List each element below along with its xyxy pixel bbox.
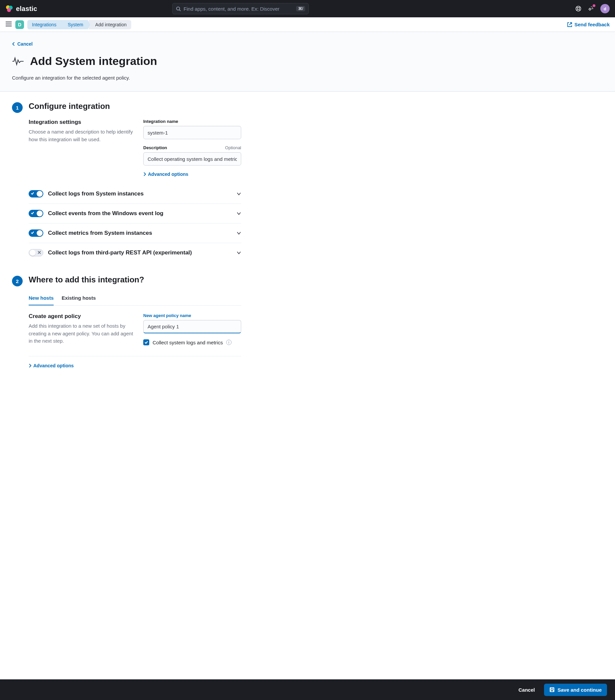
user-avatar[interactable]: d xyxy=(600,4,610,13)
search-kbd-hint: ⌘/ xyxy=(296,6,305,11)
collect-label: Collect logs from System instances xyxy=(48,190,144,197)
svg-line-8 xyxy=(579,7,580,8)
sub-header: D Integrations System Add integration Se… xyxy=(0,17,615,32)
integration-settings-heading: Integration settings xyxy=(29,119,135,126)
chevron-right-icon xyxy=(143,172,146,176)
search-input[interactable] xyxy=(184,6,296,12)
integration-name-label: Integration name xyxy=(143,119,241,124)
toggle-knob xyxy=(37,211,42,216)
step-2: 2 Where to add this integration? New hos… xyxy=(12,275,241,369)
send-feedback-link[interactable]: Send feedback xyxy=(567,22,610,27)
step-1: 1 Configure integration Integration sett… xyxy=(12,102,241,262)
brand-text: elastic xyxy=(16,5,37,13)
system-integration-icon xyxy=(12,55,24,67)
integration-name-input[interactable] xyxy=(143,126,241,139)
svg-point-3 xyxy=(176,7,180,10)
back-cancel-link[interactable]: Cancel xyxy=(12,41,33,47)
collect-row: Collect events from the Windows event lo… xyxy=(29,204,241,223)
policy-name-label: New agent policy name xyxy=(143,313,241,318)
create-policy-desc: Add this integration to a new set of hos… xyxy=(29,322,135,345)
step-1-title: Configure integration xyxy=(29,102,241,111)
crumb-integrations[interactable]: Integrations xyxy=(27,20,61,29)
svg-line-9 xyxy=(576,10,577,11)
policy-name-input[interactable] xyxy=(143,320,241,333)
x-icon xyxy=(38,250,41,255)
tab-new-hosts[interactable]: New hosts xyxy=(29,292,54,305)
notification-dot xyxy=(593,4,595,7)
breadcrumb: Integrations System Add integration xyxy=(27,20,131,29)
collect-system-logs-checkbox[interactable] xyxy=(143,339,149,345)
header-actions: d xyxy=(575,4,610,13)
chevron-down-icon[interactable] xyxy=(236,250,241,256)
info-icon[interactable]: i xyxy=(226,340,232,345)
svg-point-6 xyxy=(577,8,580,10)
elastic-logo-icon xyxy=(5,5,13,13)
toggle-switch[interactable] xyxy=(29,190,43,198)
search-icon xyxy=(176,6,181,11)
top-header: elastic ⌘/ d xyxy=(0,0,615,17)
chevron-down-icon[interactable] xyxy=(236,230,241,236)
checkbox-label: Collect system logs and metrics xyxy=(152,340,223,345)
tab-existing-hosts[interactable]: Existing hosts xyxy=(62,292,96,305)
host-tabs: New hosts Existing hosts xyxy=(29,292,241,306)
chevron-down-icon[interactable] xyxy=(236,191,241,197)
description-label: Description Optional xyxy=(143,145,241,150)
menu-toggle-icon[interactable] xyxy=(5,21,12,28)
page-header: Cancel Add System integration Configure … xyxy=(0,32,615,91)
check-icon xyxy=(30,191,34,196)
description-input[interactable] xyxy=(143,152,241,165)
global-search: ⌘/ xyxy=(172,3,309,14)
collect-label: Collect events from the Windows event lo… xyxy=(48,210,163,217)
page-subtitle: Configure an integration for the selecte… xyxy=(12,75,603,80)
svg-line-10 xyxy=(579,10,580,11)
advanced-options-toggle[interactable]: Advanced options xyxy=(143,172,188,177)
help-icon[interactable] xyxy=(575,5,582,12)
check-icon xyxy=(30,211,34,216)
create-policy-heading: Create agent policy xyxy=(29,313,135,320)
collect-label: Collect logs from third-party REST API (… xyxy=(48,249,192,256)
toggle-switch[interactable] xyxy=(29,229,43,237)
chevron-left-icon xyxy=(12,42,15,46)
crumb-system[interactable]: System xyxy=(61,20,88,29)
search-box[interactable]: ⌘/ xyxy=(172,3,309,14)
page-title: Add System integration xyxy=(30,54,157,67)
toggle-switch[interactable] xyxy=(29,249,43,257)
integration-settings-desc: Choose a name and description to help id… xyxy=(29,128,135,143)
collect-row: Collect logs from System instances xyxy=(29,184,241,204)
step-2-badge: 2 xyxy=(12,276,23,286)
svg-point-2 xyxy=(7,8,11,12)
step-1-badge: 1 xyxy=(12,102,23,113)
collect-row: Collect logs from third-party REST API (… xyxy=(29,243,241,262)
space-selector[interactable]: D xyxy=(15,20,24,29)
brand-logo[interactable]: elastic xyxy=(5,5,37,13)
toggle-switch[interactable] xyxy=(29,210,43,217)
chevron-down-icon[interactable] xyxy=(236,211,241,216)
main-content: 1 Configure integration Integration sett… xyxy=(0,91,253,422)
external-link-icon xyxy=(567,22,573,27)
step-2-title: Where to add this integration? xyxy=(29,275,241,284)
svg-line-7 xyxy=(576,7,577,8)
toggle-knob xyxy=(37,191,42,197)
collect-row: Collect metrics from System instances xyxy=(29,223,241,243)
advanced-options-toggle-2[interactable]: Advanced options xyxy=(29,363,74,368)
svg-line-14 xyxy=(569,23,572,25)
toggle-knob xyxy=(30,250,36,256)
check-icon xyxy=(30,231,34,235)
crumb-current: Add integration xyxy=(89,20,131,29)
toggle-knob xyxy=(37,230,42,236)
news-icon[interactable] xyxy=(588,5,594,12)
svg-line-4 xyxy=(179,10,181,11)
collect-label: Collect metrics from System instances xyxy=(48,230,152,236)
chevron-right-icon xyxy=(29,364,31,368)
